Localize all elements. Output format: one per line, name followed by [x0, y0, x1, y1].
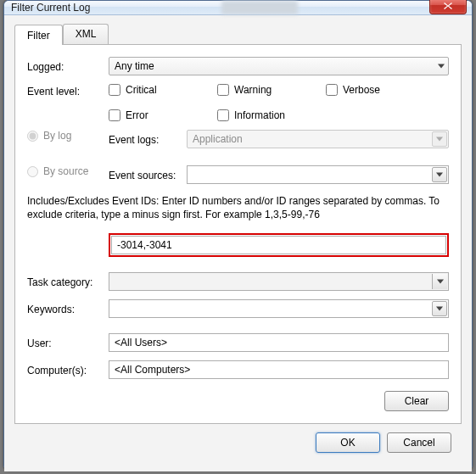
- chk-verbose-box[interactable]: [326, 84, 338, 96]
- label-logged: Logged:: [27, 59, 109, 73]
- chk-verbose[interactable]: Verbose: [326, 84, 419, 96]
- chk-critical[interactable]: Critical: [109, 84, 202, 96]
- logged-value: Any time: [115, 60, 154, 72]
- chevron-down-icon: [438, 64, 445, 69]
- keywords-dropdown[interactable]: [109, 299, 449, 318]
- window-title: Filter Current Log: [11, 2, 90, 14]
- clear-button[interactable]: Clear: [384, 391, 449, 411]
- dialog-client: Filter XML Logged: Any time Event level:: [4, 15, 472, 471]
- label-keywords: Keywords:: [27, 302, 109, 315]
- label-event-sources: Event sources:: [109, 168, 187, 181]
- ok-button[interactable]: OK: [316, 432, 380, 453]
- dialog-footer: OK Cancel: [14, 424, 462, 461]
- titlebar[interactable]: Filter Current Log: [4, 1, 472, 15]
- chevron-down-icon: [432, 274, 447, 289]
- label-task-category: Task category:: [27, 275, 109, 288]
- chk-error-box[interactable]: [109, 109, 120, 121]
- close-icon: [443, 2, 453, 10]
- chevron-down-icon: [432, 131, 447, 147]
- label-event-logs: Event logs:: [109, 132, 187, 146]
- task-category-dropdown[interactable]: [109, 272, 449, 291]
- titlebar-obscured: [221, 1, 298, 14]
- chevron-down-icon: [432, 301, 447, 316]
- chk-critical-box[interactable]: [109, 84, 120, 96]
- radio-by-source: By source: [27, 165, 88, 177]
- chk-error[interactable]: Error: [109, 109, 202, 121]
- computers-input[interactable]: [109, 360, 449, 379]
- radio-by-source-input: [27, 166, 38, 177]
- label-event-level: Event level:: [27, 84, 109, 98]
- event-logs-value: Application: [193, 133, 243, 145]
- label-computers: Computer(s):: [27, 363, 109, 376]
- tab-filter[interactable]: Filter: [14, 25, 63, 45]
- tabstrip: Filter XML: [14, 24, 462, 44]
- event-sources-dropdown[interactable]: [187, 165, 449, 184]
- event-level-group: Critical Warning Verbose: [109, 84, 449, 121]
- chk-information[interactable]: Information: [217, 109, 285, 121]
- user-input[interactable]: [109, 333, 449, 352]
- label-user: User:: [27, 336, 109, 349]
- cancel-button[interactable]: Cancel: [387, 432, 451, 453]
- chk-warning-box[interactable]: [217, 84, 229, 96]
- chk-warning[interactable]: Warning: [217, 84, 311, 96]
- event-ids-highlight: [109, 233, 449, 257]
- chk-information-box[interactable]: [217, 109, 229, 121]
- radio-by-log: By log: [27, 130, 71, 142]
- chevron-down-icon: [432, 167, 447, 182]
- event-ids-input[interactable]: [111, 236, 446, 254]
- logged-dropdown[interactable]: Any time: [109, 57, 449, 75]
- event-logs-dropdown: Application: [187, 130, 449, 148]
- radio-by-log-input: [27, 131, 38, 142]
- dialog-window: Filter Current Log Filter XML Logged: An…: [3, 0, 473, 471]
- close-button[interactable]: [429, 0, 467, 14]
- event-ids-instructions: Includes/Excludes Event IDs: Enter ID nu…: [27, 194, 449, 221]
- tabpanel-filter: Logged: Any time Event level: Critical: [14, 44, 462, 424]
- tab-xml[interactable]: XML: [63, 24, 109, 44]
